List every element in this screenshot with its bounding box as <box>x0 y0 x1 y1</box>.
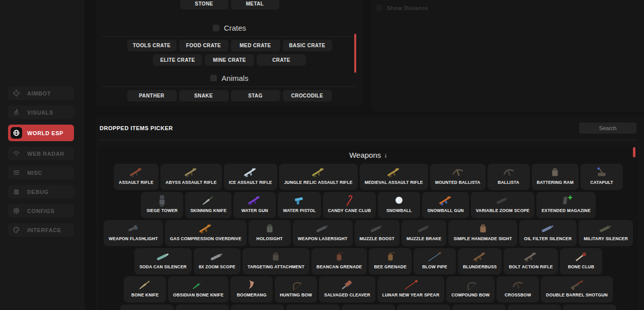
weapon-tile-snowball-gun[interactable]: SNOWBALL GUN <box>422 192 469 218</box>
weapon-tile[interactable] <box>563 304 616 310</box>
sidebar-item-debug[interactable]: DEBUG <box>8 185 74 198</box>
weapon-tile-salvaged-cleaver[interactable]: SALVAGED CLEAVER <box>319 276 375 302</box>
soda-can-silencer-icon <box>154 250 172 263</box>
weapon-tile-double-barrel-shotgun[interactable]: DOUBLE BARREL SHOTGUN <box>541 276 613 302</box>
weapon-tile-extended-magazine[interactable]: EXTENDED MAGAZINE <box>536 192 595 218</box>
weapon-tile-obsidian-bone-knife[interactable]: OBSIDIAN BONE KNIFE <box>168 276 228 302</box>
weapon-tile-jungle-relic-assault-rifle[interactable]: JUNGLE RELIC ASSAULT RIFLE <box>279 164 358 190</box>
weapon-tile-label: MUZZLE BOOST <box>360 236 394 241</box>
weapon-lasersight-icon <box>314 222 331 235</box>
weapon-tile-candy-cane-club[interactable]: CANDY CANE CLUB <box>323 192 376 218</box>
weapon-tile-ice-assault-rifle[interactable]: ICE ASSAULT RIFLE <box>224 164 277 190</box>
weapon-tile-label: SIEGE TOWER <box>146 208 178 213</box>
weapon-tile-ballista[interactable]: BALLISTA <box>488 164 530 190</box>
ice-assault-rifle-icon <box>242 165 259 179</box>
weapon-tile-blow-pipe[interactable]: BLOW PIPE <box>414 248 456 274</box>
weapon-tile-assault-rifle[interactable]: ASSAULT RIFLE <box>114 164 158 190</box>
weapon-tile-skinning-knife[interactable]: SKINNING KNIFE <box>185 192 231 218</box>
animal-button-crocodile[interactable]: CROCODILE <box>283 90 332 101</box>
material-button-stone[interactable]: STONE <box>180 0 228 10</box>
weapon-tile-abyss-assault-rifle[interactable]: ABYSS ASSAULT RIFLE <box>160 164 222 190</box>
scrollbar-thumb[interactable] <box>354 34 356 73</box>
weapon-tile-snowball[interactable]: SNOWBALL <box>378 192 420 218</box>
show-distance-checkbox[interactable] <box>376 5 383 11</box>
weapons-category-header[interactable]: Weapons ↓ <box>99 146 638 164</box>
weapon-tile-8x-zoom-scope[interactable]: 8X ZOOM SCOPE <box>194 248 240 274</box>
crate-button-food-crate[interactable]: FOOD CRATE <box>179 40 228 51</box>
weapon-tile-bone-knife[interactable]: BONE KNIFE <box>124 276 166 302</box>
sidebar-item-interface[interactable]: INTERFACE <box>8 223 74 237</box>
search-input[interactable] <box>579 123 636 134</box>
weapon-tile-water-gun[interactable]: WATER GUN <box>233 192 276 218</box>
weapon-tile[interactable] <box>286 304 340 310</box>
globe-icon <box>11 127 22 139</box>
crate-button-elite-crate[interactable]: ELITE CRATE <box>153 54 202 66</box>
sidebar-item-aimbot[interactable]: AIMBOT <box>8 86 74 100</box>
muzzle-brake-icon <box>416 222 433 235</box>
animals-buttons: PANTHERSNAKESTAGCROCODILE <box>96 90 363 101</box>
weapon-tile-targeting-attachment[interactable]: TARGETING ATTACHMENT <box>243 248 309 274</box>
weapon-tile-soda-can-silencer[interactable]: SODA CAN SILENCER <box>134 248 192 274</box>
crate-button-crate[interactable]: CRATE <box>257 54 306 66</box>
weapon-tile[interactable] <box>176 304 229 310</box>
weapon-tile-compound-bow[interactable]: COMPOUND BOW <box>446 276 495 302</box>
weapons-category-label: Weapons <box>349 151 381 159</box>
weapon-tile-medieval-assault-rifle[interactable]: MEDIEVAL ASSAULT RIFLE <box>360 164 428 190</box>
material-button-metal[interactable]: METAL <box>231 0 279 10</box>
animals-checkbox[interactable] <box>210 75 217 81</box>
weapon-tile-crossbow[interactable]: CROSSBOW <box>497 276 539 302</box>
scrollbar-thumb[interactable] <box>633 147 635 157</box>
animal-button-stag[interactable]: STAG <box>231 90 280 101</box>
crates-section-label: Crates <box>224 24 246 32</box>
weapon-tile-bolt-action-rifle[interactable]: BOLT ACTION RIFLE <box>504 248 557 274</box>
weapon-tile-simple-handmade-sight[interactable]: SIMPLE HANDMADE SIGHT <box>448 220 517 246</box>
crates-checkbox[interactable] <box>213 25 219 31</box>
crate-button-med-crate[interactable]: MED CRATE <box>231 40 280 51</box>
weapon-tile-boomerang[interactable]: BOOMERANG <box>230 276 273 302</box>
crate-button-mine-crate[interactable]: MINE CRATE <box>205 54 254 66</box>
crate-button-basic-crate[interactable]: BASIC CRATE <box>283 40 332 51</box>
weapon-tile-gas-compression-overdrive[interactable]: GAS COMPRESSION OVERDRIVE <box>165 220 247 246</box>
weapon-tile-blunderbuss[interactable]: BLUNDERBUSS <box>458 248 502 274</box>
weapon-tile-oil-filter-silencer[interactable]: OIL FILTER SILENCER <box>519 220 577 246</box>
weapon-tile[interactable] <box>508 304 561 310</box>
weapon-tile-label: HUNTING BOW <box>280 292 312 297</box>
sidebar-item-web-radar[interactable]: WEB RADAR <box>8 147 74 160</box>
weapon-tile-bone-club[interactable]: BONE CLUB <box>560 248 602 274</box>
beancan-grenade-icon <box>331 250 348 263</box>
weapon-tile[interactable] <box>120 304 174 310</box>
weapon-tile-beancan-grenade[interactable]: BEANCAN GRENADE <box>311 248 367 274</box>
weapon-tile-battering-ram[interactable]: BATTERING RAM <box>532 164 579 190</box>
weapon-tile-mounted-ballista[interactable]: MOUNTED BALLISTA <box>430 164 486 190</box>
weapon-tile-label: SODA CAN SILENCER <box>139 264 187 269</box>
weapon-tile-weapon-lasersight[interactable]: WEAPON LASERSIGHT <box>293 220 353 246</box>
sidebar-item-world-esp[interactable]: WORLD ESP <box>8 125 74 141</box>
weapon-tile[interactable] <box>452 304 506 310</box>
weapon-tile-catapult[interactable]: CATAPULT <box>581 164 623 190</box>
weapon-tile-bee-grenade[interactable]: BEE GRENADE <box>369 248 412 274</box>
weapon-tile[interactable] <box>342 304 395 310</box>
weapon-tile-lunar-new-year-spear[interactable]: LUNAR NEW YEAR SPEAR <box>377 276 444 302</box>
weapon-tile-muzzle-brake[interactable]: MUZZLE BRAKE <box>401 220 446 246</box>
weapon-tile-weapon-flashlight[interactable]: WEAPON FLASHLIGHT <box>104 220 163 246</box>
weapon-tile-variable-zoom-scope[interactable]: VARIABLE ZOOM SCOPE <box>471 192 535 218</box>
weapon-tile-holosight[interactable]: HOLOSIGHT <box>249 220 291 246</box>
divider <box>102 86 357 87</box>
sidebar-item-misc[interactable]: MISC <box>8 166 74 179</box>
weapon-tile-water-pistol[interactable]: WATER PISTOL <box>278 192 320 218</box>
sidebar-item-visuals[interactable]: VISUALS <box>8 106 74 119</box>
crate-button-tools-crate[interactable]: TOOLS CRATE <box>127 40 177 51</box>
sidebar-item-configs[interactable]: CONFIGS <box>8 204 74 218</box>
weapon-tile-siege-tower[interactable]: SIEGE TOWER <box>141 192 183 218</box>
blunderbuss-icon <box>471 250 489 263</box>
weapon-tile[interactable] <box>231 304 284 310</box>
weapon-tile[interactable] <box>397 304 450 310</box>
assault-rifle-icon <box>128 165 145 179</box>
weapon-tile-muzzle-boost[interactable]: MUZZLE BOOST <box>355 220 399 246</box>
animal-button-panther[interactable]: PANTHER <box>127 90 177 101</box>
weapon-tile-military-silencer[interactable]: MILITARY SILENCER <box>579 220 633 246</box>
simple-handmade-sight-icon <box>474 222 492 235</box>
animal-button-snake[interactable]: SNAKE <box>179 90 228 101</box>
weapon-tile-hunting-bow[interactable]: HUNTING BOW <box>275 276 317 302</box>
weapon-tile-label: CATAPULT <box>590 180 613 185</box>
